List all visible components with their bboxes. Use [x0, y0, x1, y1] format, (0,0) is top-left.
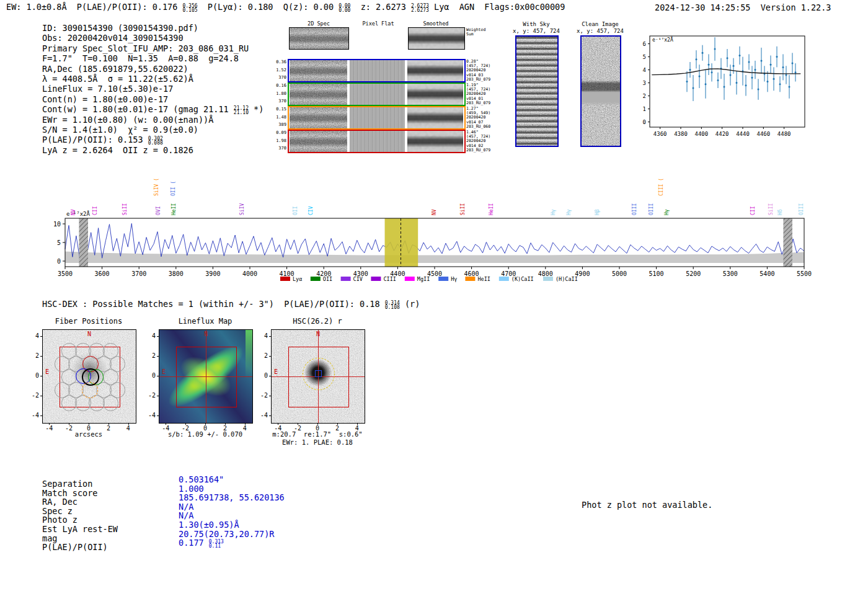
photz-note: Phot z plot not available. — [582, 500, 712, 510]
data-point — [755, 69, 756, 71]
data-point — [696, 58, 698, 60]
text-segment: P(LAE)/P(OII): 0.153 — [42, 135, 148, 144]
text-segment: S/N = 1.4(±1.0) χ² = 0.9(±0.0) — [42, 125, 198, 135]
withsky-cutout — [515, 35, 559, 147]
trace-band-overlay — [582, 37, 620, 146]
legend-swatch — [280, 277, 290, 281]
match-label: mag — [42, 533, 57, 543]
row-annotation: 203_RU_079 — [466, 101, 518, 105]
match-table: Separation0.503164"Match score1.000RA, D… — [42, 479, 340, 566]
tick-mark — [269, 356, 271, 357]
info-line: S/N = 1.4(±1.0) χ² = 0.9(±0.0) — [42, 125, 198, 135]
text-segment: N/A — [179, 510, 193, 520]
text-segment: 1.000 — [179, 484, 204, 494]
emission-line-label: CII — [92, 206, 98, 215]
fiber-panel-title: Fiber Positions — [42, 317, 135, 326]
match-value: 20.75(20.73,20.77)R — [179, 529, 274, 539]
tick-mark — [157, 336, 159, 337]
spec2d-strip — [290, 131, 347, 152]
x-tick-label: -4 — [272, 425, 283, 432]
trace-overlay — [290, 131, 347, 152]
spec2d-strip — [407, 107, 463, 128]
date-version: 2024-12-30 14:25:55 Version 1.22.3 — [655, 2, 831, 12]
spec2d-strip — [407, 84, 463, 105]
x-tick-label: 3600 — [95, 270, 110, 277]
emission-line-label: HeII — [171, 203, 177, 215]
spec2d-row — [288, 82, 466, 106]
data-point — [779, 83, 781, 85]
x-tick-label: 5400 — [760, 270, 774, 277]
fiber-circle-highlight — [82, 382, 98, 398]
y-tick-label: 4 — [643, 67, 646, 73]
x-tick-label: 2 — [332, 425, 343, 432]
match-label: Separation — [42, 479, 92, 489]
emission-line-label: Hγ — [551, 209, 556, 215]
y-tick-label: -4 — [144, 412, 156, 419]
y-tick-label: -2 — [27, 392, 39, 399]
clean-title: Clean Image — [572, 21, 629, 27]
text-segment: N/A — [179, 502, 193, 512]
clean-coords: x, y: 457, 724 — [572, 28, 629, 34]
tick-mark — [278, 423, 278, 425]
row-annotation: 203_RU_060 — [466, 125, 518, 129]
center-marker — [315, 370, 322, 377]
match-label: Photo z — [42, 515, 78, 525]
x-tick-label: 5300 — [723, 270, 738, 277]
sup-sub-fraction: 0.3560.105 — [182, 4, 197, 12]
data-point — [708, 64, 710, 66]
trace-overlay — [407, 107, 463, 128]
text-segment: Obs: 20200420v014_3090154390 — [42, 33, 184, 43]
spec2d-strip — [290, 84, 347, 105]
masked-band-hatch — [79, 218, 88, 267]
data-point — [736, 82, 738, 84]
tick-mark — [49, 423, 50, 425]
tick-mark — [269, 336, 271, 337]
masked-band-hatch — [784, 218, 792, 267]
y-tick-label: 2 — [643, 93, 646, 99]
x-tick-label: 5100 — [649, 270, 664, 277]
x-tick-label: -4 — [160, 425, 171, 432]
legend-swatch — [311, 277, 321, 281]
data-point — [714, 48, 716, 50]
detection-highlight-band — [385, 218, 418, 267]
x-tick-label: -2 — [292, 425, 303, 432]
compass-north: N — [43, 331, 136, 337]
row-annotation: Weighted — [466, 28, 518, 32]
legend-swatch — [543, 277, 553, 281]
emission-line-label: CIII ( — [658, 178, 664, 196]
y-tick-label: 3 — [643, 80, 646, 86]
trace-overlay — [407, 60, 463, 81]
x-tick-label: 3700 — [131, 270, 146, 277]
emission-line-label: NV — [432, 209, 437, 215]
legend-label: (H)CaII — [556, 276, 578, 282]
match-label: Match score — [42, 488, 97, 498]
row-metric: 1.80 — [272, 92, 286, 96]
emission-line-label: SiIV — [239, 203, 245, 215]
y-tick-label: 4 — [27, 332, 39, 339]
spec2d-row — [288, 106, 466, 130]
info-line: RA,Dec (185.691879,55.620022) — [42, 64, 188, 74]
data-point — [699, 76, 701, 78]
match-value: N/A — [179, 510, 193, 520]
x-tick-label: 0 — [200, 425, 211, 432]
x-tick-label: 4360 — [653, 131, 667, 137]
text-segment: (r) — [400, 299, 420, 309]
legend-swatch — [465, 277, 475, 281]
x-tick-label: 5200 — [686, 270, 701, 277]
y-tick-label: 2 — [256, 352, 268, 359]
data-point — [795, 71, 797, 73]
emission-line-label: OIII — [799, 203, 804, 215]
match-value: 1.000 — [179, 484, 204, 494]
emission-line-label: SiII — [768, 203, 774, 215]
x-tick-label: 4 — [352, 425, 363, 432]
x-tick-label: 2 — [219, 425, 231, 432]
data-point — [739, 55, 741, 56]
spectrum-plot: 0510350036003700380039004000410042004300… — [0, 161, 868, 293]
hsc-match-header: HSC-DEX : Possible Matches = 1 (within +… — [42, 299, 420, 309]
match-label: Est LyA rest-EW — [42, 524, 118, 534]
hsc-image-panel: NE — [271, 329, 365, 424]
x-tick-label: -4 — [43, 425, 55, 432]
col-header-pixelflat: Pixel Flat — [358, 20, 398, 27]
sup-sub-fraction: 2.62732.6273 — [411, 4, 429, 12]
emission-line-label: Hβ — [595, 209, 600, 215]
